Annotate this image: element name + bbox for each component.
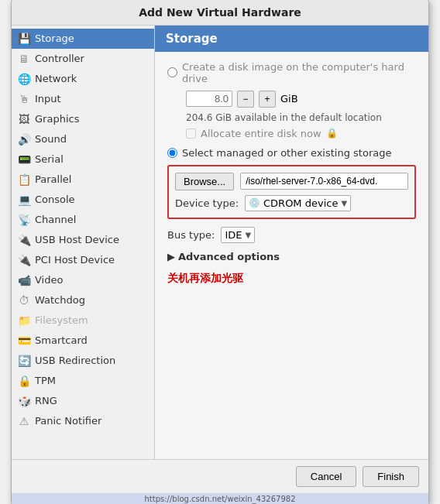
sidebar-item-panic-notifier[interactable]: ⚠ Panic Notifier bbox=[12, 411, 154, 431]
storage-select-box: Browse... Device type: 💿 CDROM device ▼ bbox=[167, 165, 416, 219]
bus-type-value: IDE bbox=[225, 229, 242, 241]
main-content: Storage Create a disk image on the compu… bbox=[155, 26, 428, 459]
video-icon: 📹 bbox=[18, 274, 30, 286]
radio-create-disk[interactable] bbox=[167, 67, 177, 77]
path-input[interactable] bbox=[240, 173, 408, 190]
device-type-value: CDROM device bbox=[263, 197, 338, 209]
console-icon: 💻 bbox=[18, 194, 30, 206]
radio-select-storage[interactable] bbox=[167, 148, 177, 158]
disk-size-unit: GiB bbox=[280, 93, 298, 105]
storage-icon: 💾 bbox=[18, 33, 30, 45]
sidebar-item-pci-host-device[interactable]: 🔌 PCI Host Device bbox=[12, 250, 154, 270]
device-type-label: Device type: bbox=[175, 197, 239, 209]
radio-select-storage-label: Select managed or other existing storage bbox=[182, 147, 391, 159]
disk-size-decrement-button[interactable]: − bbox=[237, 91, 254, 108]
allocate-label: Allocate entire disk now bbox=[201, 128, 321, 139]
pci-host-icon: 🔌 bbox=[18, 254, 30, 266]
sidebar-item-channel[interactable]: 📡 Channel bbox=[12, 210, 154, 230]
bus-type-dropdown[interactable]: IDE ▼ bbox=[221, 227, 255, 243]
sidebar-label-tpm: TPM bbox=[35, 375, 56, 386]
input-icon: 🖱 bbox=[18, 93, 30, 105]
warning-text: 关机再添加光驱 bbox=[167, 272, 416, 286]
lock-icon: 🔒 bbox=[326, 128, 338, 139]
bus-type-label: Bus type: bbox=[167, 229, 215, 241]
section-body: Create a disk image on the computer's ha… bbox=[155, 52, 428, 459]
graphics-icon: 🖼 bbox=[18, 113, 30, 125]
radio-create-disk-label: Create a disk image on the computer's ha… bbox=[182, 61, 416, 84]
sidebar-label-console: Console bbox=[35, 194, 75, 205]
sidebar-label-panic-notifier: Panic Notifier bbox=[35, 415, 101, 427]
dialog-title: Add New Virtual Hardware bbox=[12, 0, 428, 26]
cdrom-icon: 💿 bbox=[249, 197, 260, 208]
sidebar-item-storage[interactable]: 💾 Storage bbox=[12, 29, 154, 49]
disk-size-input[interactable] bbox=[186, 91, 232, 107]
sidebar-item-sound[interactable]: 🔊 Sound bbox=[12, 129, 154, 149]
device-type-dropdown[interactable]: 💿 CDROM device ▼ bbox=[245, 195, 351, 211]
radio-create-disk-row: Create a disk image on the computer's ha… bbox=[167, 61, 416, 84]
sidebar-label-usb-host-device: USB Host Device bbox=[35, 234, 119, 245]
sidebar-item-video[interactable]: 📹 Video bbox=[12, 270, 154, 290]
sidebar-item-tpm[interactable]: 🔒 TPM bbox=[12, 371, 154, 391]
usb-host-icon: 🔌 bbox=[18, 234, 30, 246]
serial-icon: 📟 bbox=[18, 153, 30, 166]
sidebar-label-channel: Channel bbox=[35, 214, 76, 225]
sidebar-label-usb-redirection: USB Redirection bbox=[35, 355, 115, 366]
sidebar-label-smartcard: Smartcard bbox=[35, 334, 88, 346]
sidebar-label-rng: RNG bbox=[35, 395, 57, 406]
sidebar: 💾 Storage 🖥 Controller 🌐 Network 🖱 Input… bbox=[12, 26, 155, 459]
cancel-button[interactable]: Cancel bbox=[296, 466, 356, 487]
radio-select-storage-row: Select managed or other existing storage bbox=[167, 147, 416, 159]
filesystem-icon: 📁 bbox=[18, 314, 30, 327]
sidebar-label-network: Network bbox=[35, 73, 77, 84]
usb-redirection-icon: 🔄 bbox=[18, 355, 30, 367]
watchdog-icon: ⏱ bbox=[18, 294, 30, 307]
sidebar-label-storage: Storage bbox=[35, 33, 74, 44]
sidebar-label-pci-host-device: PCI Host Device bbox=[35, 254, 115, 266]
sidebar-label-watchdog: Watchdog bbox=[35, 294, 85, 306]
sidebar-item-rng[interactable]: 🎲 RNG bbox=[12, 391, 154, 411]
sidebar-item-controller[interactable]: 🖥 Controller bbox=[12, 49, 154, 69]
sidebar-item-smartcard[interactable]: 💳 Smartcard bbox=[12, 331, 154, 351]
sidebar-label-input: Input bbox=[35, 93, 61, 105]
bus-type-dropdown-arrow: ▼ bbox=[246, 231, 252, 239]
sidebar-label-serial: Serial bbox=[35, 153, 64, 165]
sidebar-item-usb-host-device[interactable]: 🔌 USB Host Device bbox=[12, 230, 154, 250]
available-text: 204.6 GiB available in the default locat… bbox=[186, 112, 416, 123]
bus-type-row: Bus type: IDE ▼ bbox=[167, 227, 416, 243]
sidebar-label-controller: Controller bbox=[35, 53, 84, 64]
parallel-icon: 📋 bbox=[18, 173, 30, 186]
advanced-chevron-icon: ▶ bbox=[167, 251, 175, 262]
sidebar-item-network[interactable]: 🌐 Network bbox=[12, 69, 154, 89]
sidebar-item-input[interactable]: 🖱 Input bbox=[12, 89, 154, 109]
sidebar-item-parallel[interactable]: 📋 Parallel bbox=[12, 170, 154, 190]
sidebar-label-filesystem: Filesystem bbox=[35, 314, 88, 326]
sidebar-label-parallel: Parallel bbox=[35, 173, 71, 185]
sidebar-item-filesystem: 📁 Filesystem bbox=[12, 310, 154, 331]
finish-button[interactable]: Finish bbox=[363, 466, 419, 487]
rng-icon: 🎲 bbox=[18, 395, 30, 407]
tpm-icon: 🔒 bbox=[18, 375, 30, 387]
allocate-checkbox-row: Allocate entire disk now 🔒 bbox=[186, 128, 416, 139]
browse-row: Browse... bbox=[175, 173, 408, 190]
device-type-dropdown-arrow: ▼ bbox=[341, 199, 347, 207]
advanced-options-label: Advanced options bbox=[178, 251, 280, 262]
sidebar-item-watchdog[interactable]: ⏱ Watchdog bbox=[12, 290, 154, 310]
sidebar-item-serial[interactable]: 📟 Serial bbox=[12, 149, 154, 170]
sidebar-item-console[interactable]: 💻 Console bbox=[12, 190, 154, 210]
dialog-footer: Cancel Finish bbox=[12, 459, 428, 493]
panic-icon: ⚠ bbox=[18, 415, 30, 427]
disk-size-increment-button[interactable]: + bbox=[259, 91, 276, 108]
section-header: Storage bbox=[155, 26, 428, 52]
advanced-options-row[interactable]: ▶ Advanced options bbox=[167, 251, 416, 262]
sound-icon: 🔊 bbox=[18, 133, 30, 146]
disk-size-row: − + GiB bbox=[186, 91, 416, 108]
allocate-checkbox[interactable] bbox=[186, 129, 196, 139]
sidebar-item-usb-redirection[interactable]: 🔄 USB Redirection bbox=[12, 351, 154, 371]
url-bar: https://blog.csdn.net/weixin_43267982 bbox=[12, 493, 428, 505]
device-type-row: Device type: 💿 CDROM device ▼ bbox=[175, 195, 408, 211]
sidebar-item-graphics[interactable]: 🖼 Graphics bbox=[12, 109, 154, 129]
network-icon: 🌐 bbox=[18, 73, 30, 85]
browse-button[interactable]: Browse... bbox=[175, 173, 234, 190]
sidebar-label-sound: Sound bbox=[35, 133, 67, 145]
controller-icon: 🖥 bbox=[18, 53, 30, 65]
